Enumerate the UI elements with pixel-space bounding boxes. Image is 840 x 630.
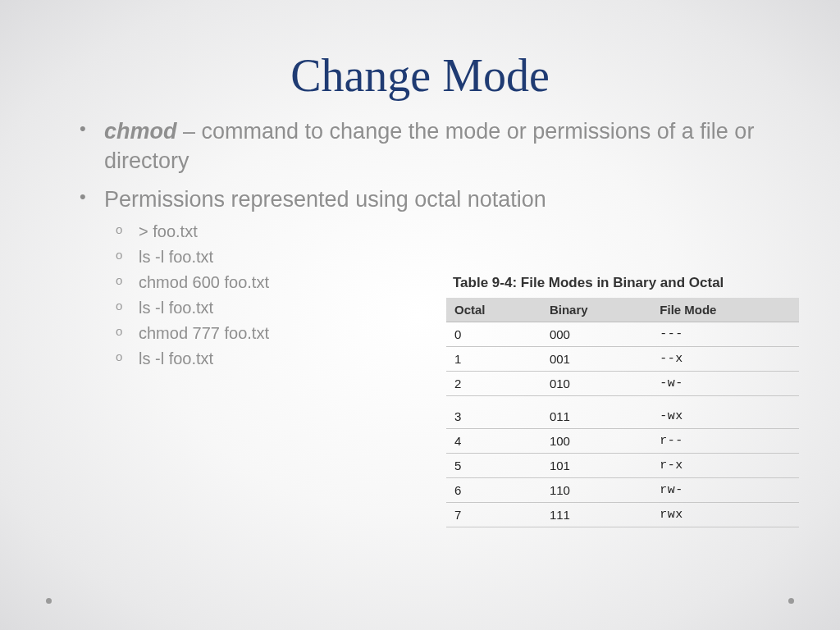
slide: Change Mode chmod – command to change th… — [0, 0, 840, 630]
table-row: 3 011 -wx — [446, 404, 799, 429]
cell-mode: -wx — [651, 404, 799, 429]
table-row: 5 101 r-x — [446, 454, 799, 478]
cell-binary: 100 — [541, 429, 651, 454]
cell-octal: 0 — [446, 322, 541, 347]
sub-bullet: ls -l foo.txt — [104, 244, 762, 270]
cell-mode: --x — [651, 347, 799, 372]
cell-binary: 010 — [541, 372, 651, 396]
cell-binary: 000 — [541, 322, 651, 347]
slide-title: Change Mode — [78, 49, 762, 102]
cell-mode: r-x — [651, 454, 799, 478]
col-mode: File Mode — [651, 298, 799, 322]
table-row: 1 001 --x — [446, 347, 799, 372]
decorative-dot-icon — [46, 598, 52, 604]
cell-binary: 111 — [541, 503, 651, 527]
cell-octal: 6 — [446, 478, 541, 503]
bullet-1: chmod – command to change the mode or pe… — [78, 116, 762, 176]
cell-mode: rwx — [651, 503, 799, 527]
col-binary: Binary — [541, 298, 651, 322]
cell-octal: 4 — [446, 429, 541, 454]
table-caption: Table 9-4: File Modes in Binary and Octa… — [446, 272, 799, 298]
cell-octal: 1 — [446, 347, 541, 372]
cell-mode: --- — [651, 322, 799, 347]
cell-binary: 101 — [541, 454, 651, 478]
cell-binary: 110 — [541, 478, 651, 503]
cell-mode: rw- — [651, 478, 799, 503]
table-row: 2 010 -w- — [446, 372, 799, 396]
file-mode-table-wrap: Table 9-4: File Modes in Binary and Octa… — [446, 272, 799, 527]
cell-octal: 3 — [446, 404, 541, 429]
cell-octal: 7 — [446, 503, 541, 527]
table-gap — [446, 396, 799, 405]
cell-octal: 5 — [446, 454, 541, 478]
cell-binary: 011 — [541, 404, 651, 429]
sub-bullet: > foo.txt — [104, 219, 762, 244]
cell-octal: 2 — [446, 372, 541, 396]
table-row: 6 110 rw- — [446, 478, 799, 503]
col-octal: Octal — [446, 298, 541, 322]
cell-binary: 001 — [541, 347, 651, 372]
bullet-2-text: Permissions represented using octal nota… — [104, 187, 546, 212]
file-mode-table: Octal Binary File Mode 0 000 --- 1 001 -… — [446, 298, 799, 527]
cell-mode: r-- — [651, 429, 799, 454]
decorative-dot-icon — [788, 598, 794, 604]
table-row: 0 000 --- — [446, 322, 799, 347]
table-row: 7 111 rwx — [446, 503, 799, 527]
table-row: 4 100 r-- — [446, 429, 799, 454]
bullet-1-text: – command to change the mode or permissi… — [104, 119, 754, 173]
bullet-1-cmd: chmod — [104, 119, 177, 144]
cell-mode: -w- — [651, 372, 799, 396]
table-header-row: Octal Binary File Mode — [446, 298, 799, 322]
